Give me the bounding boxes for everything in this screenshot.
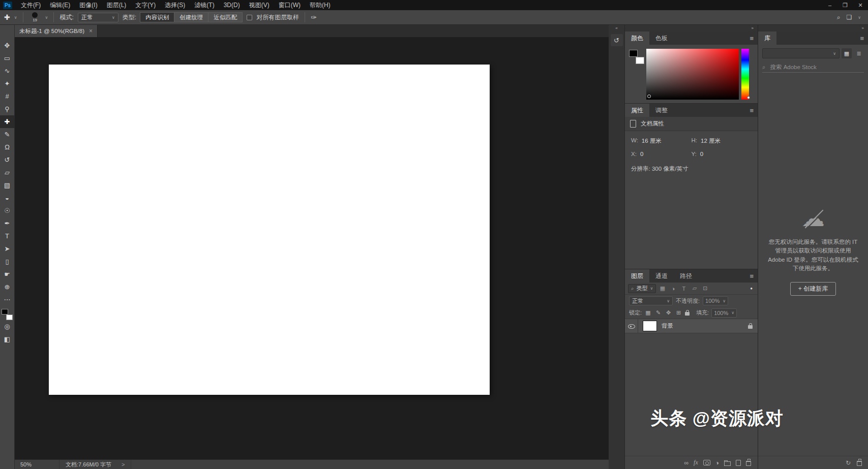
- spot-healing-brush-tool[interactable]: ✚: [0, 115, 15, 128]
- tool-preset-arrow-icon[interactable]: ∨: [14, 15, 17, 20]
- pen-tool[interactable]: ✒: [0, 217, 15, 230]
- sample-all-layers-checkbox[interactable]: [247, 15, 252, 20]
- lock-transparent-pixels-icon[interactable]: ▦: [644, 309, 652, 316]
- layer-name[interactable]: 背景: [662, 322, 673, 330]
- type-tool[interactable]: T: [0, 230, 15, 242]
- status-chevron-icon[interactable]: >: [122, 461, 125, 467]
- document-canvas[interactable]: [49, 65, 490, 395]
- zoom-level-field[interactable]: 50%: [15, 461, 38, 467]
- document-tab[interactable]: 未标题-1 @ 50%(RGB/8) ×: [15, 25, 98, 37]
- library-dropdown[interactable]: ∨: [762, 48, 840, 58]
- pixel-layer-filter-icon[interactable]: ▦: [658, 285, 667, 292]
- new-adjustment-layer-icon[interactable]: ◑: [715, 459, 719, 466]
- menu-select[interactable]: 选择(S): [160, 0, 190, 10]
- panel-menu-icon[interactable]: ≡: [750, 107, 758, 114]
- background-color-swatch[interactable]: [636, 57, 644, 64]
- history-panel-icon[interactable]: ↺: [611, 34, 623, 46]
- saturation-brightness-field[interactable]: [646, 49, 739, 100]
- menu-view[interactable]: 视图(V): [245, 0, 274, 10]
- color-cursor-icon[interactable]: [647, 95, 651, 98]
- library-search-field[interactable]: ⌕: [762, 62, 864, 73]
- close-button[interactable]: ✕: [853, 0, 868, 10]
- quick-selection-tool[interactable]: ✦: [0, 77, 15, 90]
- filter-toggle-icon[interactable]: ●: [750, 286, 755, 291]
- create-library-button[interactable]: + 创建新库: [790, 282, 836, 296]
- layer-row-background[interactable]: 背景: [625, 319, 758, 333]
- tab-channels[interactable]: 通道: [649, 269, 674, 283]
- menu-edit[interactable]: 编辑(E): [45, 0, 75, 10]
- tab-close-icon[interactable]: ×: [89, 27, 93, 35]
- lasso-tool[interactable]: ∿: [0, 65, 15, 77]
- chevron-down-icon[interactable]: ∨: [858, 15, 861, 20]
- layer-thumbnail[interactable]: [643, 321, 657, 331]
- quick-mask-button[interactable]: ◎: [0, 320, 15, 333]
- history-brush-tool[interactable]: ↺: [0, 153, 15, 166]
- create-texture-button[interactable]: 创建纹理: [174, 12, 208, 22]
- color-swatch-pair[interactable]: [629, 50, 644, 64]
- panel-menu-icon[interactable]: ≡: [860, 35, 868, 42]
- foreground-background-swatches[interactable]: [2, 309, 13, 320]
- tab-properties[interactable]: 属性: [625, 104, 649, 117]
- tab-color[interactable]: 颜色: [625, 32, 649, 45]
- lock-image-pixels-icon[interactable]: ✎: [654, 309, 662, 316]
- layer-filter-dropdown[interactable]: ⌕ 类型 ∨: [628, 284, 656, 293]
- grid-view-icon[interactable]: ▦: [842, 48, 852, 58]
- menu-layer[interactable]: 图层(L): [102, 0, 131, 10]
- maximize-button[interactable]: ❐: [837, 0, 853, 10]
- collapse-panels-icon[interactable]: »: [862, 26, 864, 30]
- workspace-switcher-icon[interactable]: ❏: [846, 14, 852, 21]
- shape-layer-filter-icon[interactable]: ▱: [690, 285, 699, 292]
- delete-layer-icon[interactable]: [746, 461, 751, 466]
- add-layer-style-icon[interactable]: fx: [694, 459, 698, 466]
- add-layer-mask-icon[interactable]: [703, 460, 710, 465]
- new-group-icon[interactable]: [724, 461, 731, 466]
- foreground-color-swatch[interactable]: [2, 309, 8, 315]
- screen-mode-button[interactable]: ◧: [0, 333, 15, 346]
- lock-artboard-icon[interactable]: ⊞: [675, 309, 682, 316]
- tab-libraries[interactable]: 库: [758, 32, 776, 45]
- rectangular-marquee-tool[interactable]: ▭: [0, 52, 15, 65]
- panel-menu-icon[interactable]: ≡: [750, 35, 758, 42]
- menu-file[interactable]: 文件(F): [16, 0, 45, 10]
- hue-marker-icon[interactable]: [747, 96, 750, 99]
- menu-filter[interactable]: 滤镜(T): [190, 0, 219, 10]
- dodge-tool[interactable]: ☉: [0, 204, 15, 217]
- clone-stamp-tool[interactable]: Ω: [0, 141, 15, 153]
- search-icon[interactable]: ⌕: [837, 14, 841, 21]
- brush-size-picker[interactable]: 19: [29, 12, 41, 22]
- tab-swatches[interactable]: 色板: [649, 32, 674, 45]
- eyedropper-tool[interactable]: ⚲: [0, 103, 15, 115]
- eraser-tool[interactable]: ▱: [0, 166, 15, 179]
- menu-window[interactable]: 窗口(W): [274, 0, 305, 10]
- brush-picker-arrow-icon[interactable]: ∨: [45, 15, 48, 20]
- tab-adjustments[interactable]: 调整: [649, 104, 674, 117]
- tab-paths[interactable]: 路径: [674, 269, 698, 283]
- blend-mode-dropdown[interactable]: 正常 ∨: [78, 13, 118, 22]
- fill-field[interactable]: 100% ∨: [711, 308, 737, 318]
- adjustment-layer-filter-icon[interactable]: ◑: [669, 286, 677, 292]
- path-selection-tool[interactable]: ➤: [0, 242, 15, 255]
- menu-image[interactable]: 图像(I): [75, 0, 102, 10]
- lock-position-icon[interactable]: ✥: [665, 309, 672, 316]
- visibility-toggle[interactable]: [625, 319, 638, 333]
- tab-layers[interactable]: 图层: [625, 269, 649, 283]
- canvas[interactable]: [15, 37, 609, 459]
- opacity-field[interactable]: 100% ∨: [703, 296, 728, 305]
- collapse-panels-icon[interactable]: »: [752, 26, 754, 30]
- link-layers-icon[interactable]: ∞: [684, 459, 689, 466]
- smart-object-filter-icon[interactable]: ⊡: [701, 285, 709, 292]
- search-input[interactable]: [769, 64, 845, 71]
- layer-blend-mode-dropdown[interactable]: 正常 ∨: [629, 296, 673, 305]
- panel-menu-icon[interactable]: ≡: [750, 272, 758, 280]
- move-tool[interactable]: ✥: [0, 39, 15, 52]
- sync-icon[interactable]: ↻: [846, 459, 851, 466]
- menu-help[interactable]: 帮助(H): [305, 0, 335, 10]
- zoom-tool[interactable]: ⊕: [0, 280, 15, 293]
- brush-tool[interactable]: ✎: [0, 128, 15, 141]
- menu-type[interactable]: 文字(Y): [131, 0, 160, 10]
- proximity-match-button[interactable]: 近似匹配: [208, 12, 243, 22]
- background-color-swatch[interactable]: [6, 315, 13, 320]
- edit-toolbar-button[interactable]: ⋯: [0, 293, 15, 306]
- menu-3d[interactable]: 3D(D): [219, 0, 245, 10]
- new-layer-icon[interactable]: [736, 460, 741, 466]
